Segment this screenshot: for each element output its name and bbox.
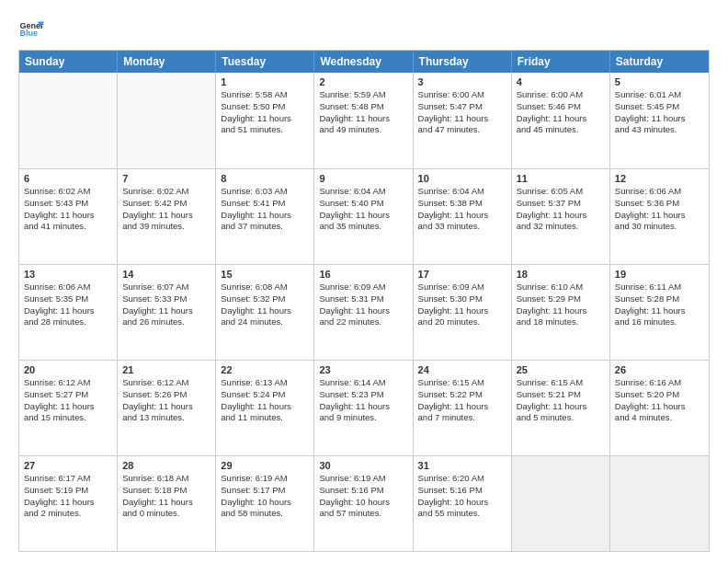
cell-line: and 47 minutes. xyxy=(418,124,506,136)
svg-text:Blue: Blue xyxy=(19,29,38,38)
cell-line: Sunrise: 6:06 AM xyxy=(615,186,704,198)
weekday-header: Thursday xyxy=(414,51,512,73)
cell-line: Daylight: 11 hours xyxy=(615,401,704,413)
day-number: 11 xyxy=(517,173,605,184)
calendar-row: 20Sunrise: 6:12 AMSunset: 5:27 PMDayligh… xyxy=(19,360,709,455)
cell-line: Sunset: 5:46 PM xyxy=(517,101,605,113)
calendar-cell: 21Sunrise: 6:12 AMSunset: 5:26 PMDayligh… xyxy=(118,361,216,455)
cell-line: and 37 minutes. xyxy=(221,221,309,233)
cell-line: and 58 minutes. xyxy=(221,508,309,520)
cell-line: Sunset: 5:33 PM xyxy=(122,293,210,305)
day-number: 18 xyxy=(517,269,605,280)
calendar-cell: 6Sunrise: 6:02 AMSunset: 5:43 PMDaylight… xyxy=(19,169,118,264)
calendar-cell: 5Sunrise: 6:01 AMSunset: 5:45 PMDaylight… xyxy=(610,73,709,168)
calendar-cell: 14Sunrise: 6:07 AMSunset: 5:33 PMDayligh… xyxy=(118,265,216,360)
cell-line: and 39 minutes. xyxy=(122,221,210,233)
cell-line: Sunrise: 6:00 AM xyxy=(418,89,506,101)
cell-line: Sunset: 5:35 PM xyxy=(24,293,112,305)
cell-line: Sunrise: 6:06 AM xyxy=(24,282,112,293)
cell-line: and 22 minutes. xyxy=(319,316,407,328)
calendar-header: SundayMondayTuesdayWednesdayThursdayFrid… xyxy=(19,51,709,73)
day-number: 23 xyxy=(319,364,407,375)
cell-line: Daylight: 11 hours xyxy=(122,497,210,509)
cell-line: Daylight: 11 hours xyxy=(517,401,605,413)
cell-line: Sunset: 5:26 PM xyxy=(122,389,210,401)
cell-line: and 49 minutes. xyxy=(319,124,407,136)
cell-line: Daylight: 11 hours xyxy=(221,113,309,125)
calendar-row: 1Sunrise: 5:58 AMSunset: 5:50 PMDaylight… xyxy=(19,73,709,168)
cell-line: and 9 minutes. xyxy=(319,412,407,424)
calendar-cell: 24Sunrise: 6:15 AMSunset: 5:22 PMDayligh… xyxy=(414,361,512,455)
day-number: 31 xyxy=(418,460,506,471)
cell-line: and 24 minutes. xyxy=(221,316,309,328)
cell-line: Daylight: 11 hours xyxy=(319,113,407,125)
cell-line: Sunset: 5:30 PM xyxy=(418,293,506,305)
cell-line: Sunrise: 6:01 AM xyxy=(615,89,704,101)
cell-line: Daylight: 11 hours xyxy=(122,305,210,317)
day-number: 15 xyxy=(221,269,309,280)
day-number: 5 xyxy=(615,76,704,87)
cell-line: and 2 minutes. xyxy=(24,508,112,520)
calendar-row: 6Sunrise: 6:02 AMSunset: 5:43 PMDaylight… xyxy=(19,168,709,264)
cell-line: Daylight: 11 hours xyxy=(221,401,309,413)
calendar-cell xyxy=(118,73,216,168)
cell-line: Sunrise: 6:04 AM xyxy=(418,186,506,198)
calendar-cell: 26Sunrise: 6:16 AMSunset: 5:20 PMDayligh… xyxy=(610,361,709,455)
cell-line: and 32 minutes. xyxy=(517,221,605,233)
calendar-cell: 12Sunrise: 6:06 AMSunset: 5:36 PMDayligh… xyxy=(610,169,709,264)
calendar-cell: 28Sunrise: 6:18 AMSunset: 5:18 PMDayligh… xyxy=(118,456,216,551)
cell-line: Daylight: 11 hours xyxy=(221,305,309,317)
cell-line: and 15 minutes. xyxy=(24,412,112,424)
cell-line: and 43 minutes. xyxy=(615,124,704,136)
calendar-cell xyxy=(610,456,709,551)
cell-line: Sunrise: 6:13 AM xyxy=(221,377,309,389)
cell-line: Daylight: 11 hours xyxy=(517,210,605,222)
cell-line: Sunrise: 6:02 AM xyxy=(122,186,210,198)
cell-line: Sunrise: 6:12 AM xyxy=(122,377,210,389)
cell-line: and 55 minutes. xyxy=(418,508,506,520)
cell-line: Sunset: 5:37 PM xyxy=(517,198,605,210)
day-number: 10 xyxy=(418,173,506,184)
cell-line: Sunset: 5:36 PM xyxy=(615,198,704,210)
cell-line: Sunrise: 6:04 AM xyxy=(319,186,407,198)
weekday-header: Monday xyxy=(118,51,216,73)
cell-line: Sunrise: 6:09 AM xyxy=(418,282,506,293)
cell-line: Daylight: 11 hours xyxy=(24,497,112,509)
cell-line: Sunrise: 6:20 AM xyxy=(418,473,506,485)
day-number: 1 xyxy=(221,76,309,87)
cell-line: and 13 minutes. xyxy=(122,412,210,424)
cell-line: Sunrise: 5:58 AM xyxy=(221,89,309,101)
cell-line: Sunrise: 6:05 AM xyxy=(517,186,605,198)
cell-line: Sunset: 5:16 PM xyxy=(319,485,407,497)
cell-line: Daylight: 11 hours xyxy=(122,210,210,222)
cell-line: and 57 minutes. xyxy=(319,508,407,520)
cell-line: Sunset: 5:45 PM xyxy=(615,101,704,113)
cell-line: Sunset: 5:21 PM xyxy=(517,389,605,401)
day-number: 17 xyxy=(418,269,506,280)
day-number: 14 xyxy=(122,269,210,280)
cell-line: Daylight: 11 hours xyxy=(24,210,112,222)
cell-line: Sunrise: 6:19 AM xyxy=(221,473,309,485)
cell-line: and 30 minutes. xyxy=(615,221,704,233)
cell-line: and 33 minutes. xyxy=(418,221,506,233)
cell-line: Sunset: 5:18 PM xyxy=(122,485,210,497)
cell-line: Sunrise: 6:03 AM xyxy=(221,186,309,198)
cell-line: Sunset: 5:28 PM xyxy=(615,293,704,305)
weekday-header: Wednesday xyxy=(314,51,413,73)
cell-line: Sunset: 5:40 PM xyxy=(319,198,407,210)
day-number: 8 xyxy=(221,173,309,184)
cell-line: Sunset: 5:47 PM xyxy=(418,101,506,113)
cell-line: and 26 minutes. xyxy=(122,316,210,328)
day-number: 25 xyxy=(517,364,605,375)
cell-line: Sunrise: 6:19 AM xyxy=(319,473,407,485)
calendar-cell: 10Sunrise: 6:04 AMSunset: 5:38 PMDayligh… xyxy=(414,169,512,264)
cell-line: Sunrise: 5:59 AM xyxy=(319,89,407,101)
calendar-cell: 25Sunrise: 6:15 AMSunset: 5:21 PMDayligh… xyxy=(512,361,610,455)
cell-line: Daylight: 11 hours xyxy=(517,305,605,317)
day-number: 30 xyxy=(319,460,407,471)
cell-line: and 28 minutes. xyxy=(24,316,112,328)
cell-line: and 7 minutes. xyxy=(418,412,506,424)
day-number: 9 xyxy=(319,173,407,184)
cell-line: Daylight: 11 hours xyxy=(615,305,704,317)
cell-line: Daylight: 10 hours xyxy=(319,497,407,509)
